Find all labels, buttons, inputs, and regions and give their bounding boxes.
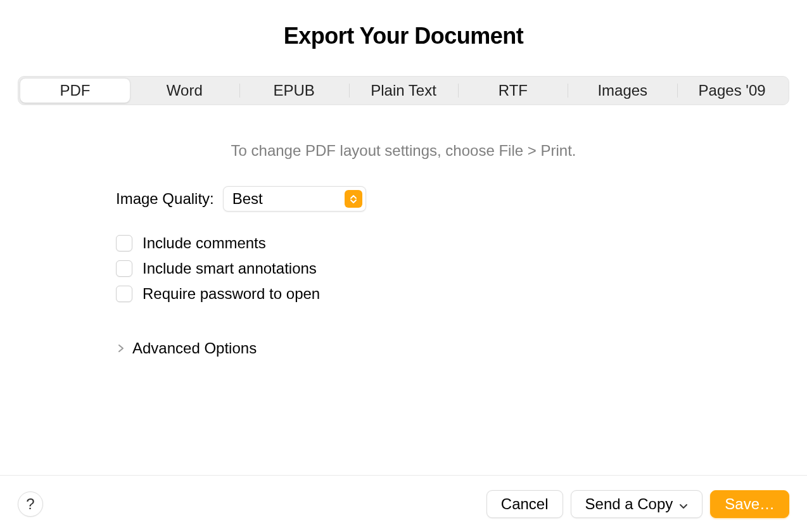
tab-label: Word: [167, 82, 203, 99]
send-a-copy-button[interactable]: Send a Copy: [571, 490, 703, 518]
cancel-button[interactable]: Cancel: [486, 490, 563, 518]
help-icon: ?: [26, 495, 34, 513]
include-smart-annotations-label: Include smart annotations: [143, 260, 317, 277]
image-quality-label: Image Quality:: [116, 190, 214, 208]
include-comments-label: Include comments: [143, 234, 266, 252]
save-button[interactable]: Save…: [710, 490, 789, 518]
require-password-checkbox[interactable]: [116, 286, 132, 302]
send-a-copy-label: Send a Copy: [585, 495, 673, 513]
cancel-button-label: Cancel: [501, 495, 549, 513]
tab-label: EPUB: [273, 82, 314, 99]
layout-hint: To change PDF layout settings, choose Fi…: [231, 142, 576, 160]
tab-pages-09[interactable]: Pages '09: [677, 79, 787, 103]
dialog-title: Export Your Document: [284, 23, 524, 49]
tab-label: PDF: [60, 82, 90, 99]
tab-plain-text[interactable]: Plain Text: [349, 79, 459, 103]
include-smart-annotations-checkbox[interactable]: [116, 260, 132, 277]
help-button[interactable]: ?: [18, 491, 43, 517]
image-quality-value: Best: [232, 190, 345, 208]
advanced-options-disclosure[interactable]: Advanced Options: [116, 339, 366, 357]
tab-label: RTF: [499, 82, 528, 99]
format-tab-strip: PDF Word EPUB Plain Text RTF Images Page…: [18, 76, 789, 105]
popup-stepper-icon: [345, 190, 362, 208]
chevron-right-icon: [116, 344, 126, 353]
tab-rtf[interactable]: RTF: [458, 79, 568, 103]
chevron-down-icon: [679, 495, 688, 513]
tab-pdf[interactable]: PDF: [20, 79, 130, 103]
tab-word[interactable]: Word: [130, 79, 239, 103]
tab-label: Plain Text: [371, 82, 436, 99]
image-quality-popup[interactable]: Best: [223, 186, 366, 212]
save-button-label: Save…: [725, 495, 775, 513]
dialog-footer: ? Cancel Send a Copy Save…: [0, 475, 807, 532]
tab-label: Images: [597, 82, 647, 99]
require-password-label: Require password to open: [143, 285, 320, 303]
tab-epub[interactable]: EPUB: [239, 79, 349, 103]
include-comments-checkbox[interactable]: [116, 235, 132, 251]
tab-images[interactable]: Images: [568, 79, 677, 103]
advanced-options-label: Advanced Options: [132, 339, 257, 357]
tab-label: Pages '09: [699, 82, 766, 99]
